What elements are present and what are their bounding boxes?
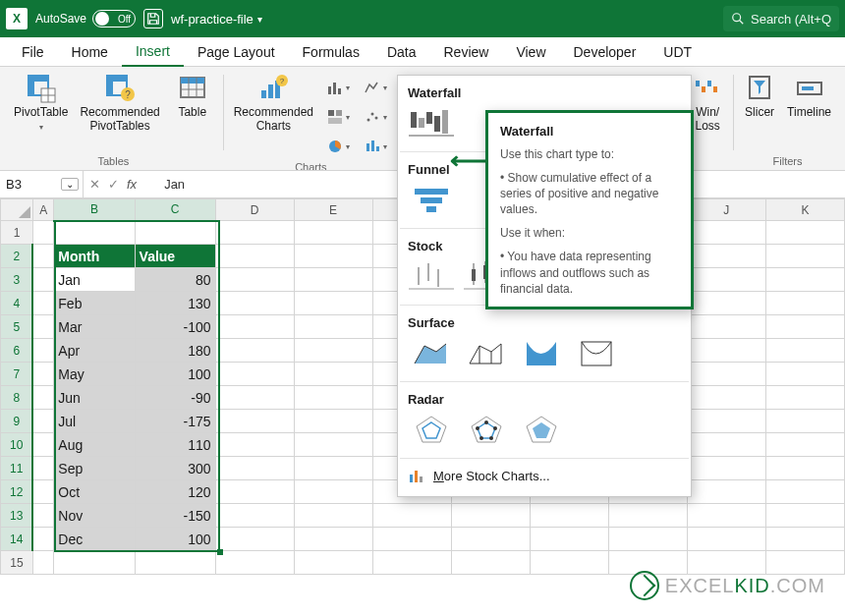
svg-rect-54 [419, 118, 424, 128]
tab-developer[interactable]: Developer [560, 39, 650, 66]
tab-review[interactable]: Review [430, 39, 503, 66]
bar-chart-icon [408, 467, 425, 484]
tab-udt[interactable]: UDT [649, 39, 705, 66]
svg-rect-47 [702, 86, 705, 92]
recommended-charts-button[interactable]: ? Recommended Charts [230, 71, 317, 136]
svg-rect-28 [328, 118, 342, 124]
svg-rect-52 [802, 86, 814, 90]
watermark-logo-icon [630, 571, 659, 600]
radar-chart-option-1[interactable] [408, 411, 455, 450]
svg-point-97 [493, 426, 497, 430]
fx-icon[interactable]: fx [127, 177, 137, 192]
svg-rect-26 [328, 110, 334, 116]
timeline-button[interactable]: Timeline [783, 71, 835, 122]
svg-rect-46 [696, 81, 700, 86]
surface-chart-option-2[interactable] [463, 334, 510, 373]
menu-section-surface: Surface [408, 309, 681, 334]
pivottable-button[interactable]: PivotTable▾ [10, 71, 72, 136]
svg-rect-103 [410, 475, 413, 482]
svg-rect-24 [333, 83, 336, 94]
group-tables: PivotTable▾ ? Recommended PivotTables Ta… [4, 69, 223, 170]
table-button[interactable]: Table [168, 71, 217, 122]
autosave-label: AutoSave [35, 12, 86, 26]
more-stock-charts-button[interactable]: MMore Stock Charts...ore Stock Charts... [398, 459, 691, 492]
select-all-button[interactable] [1, 199, 33, 221]
menu-section-radar: Radar [408, 386, 681, 411]
slicer-button[interactable]: Slicer [740, 71, 779, 122]
svg-rect-59 [415, 189, 448, 195]
col-header[interactable]: J [687, 199, 765, 221]
tab-data[interactable]: Data [373, 39, 430, 66]
hierarchy-chart-button[interactable]: ▾ [321, 104, 355, 130]
col-header[interactable]: E [294, 199, 372, 221]
svg-point-98 [489, 436, 493, 440]
svg-rect-55 [426, 112, 432, 124]
scatter-chart-button[interactable]: ▾ [359, 104, 392, 130]
radar-chart-option-2[interactable] [463, 411, 510, 450]
svg-rect-60 [421, 197, 442, 203]
watermark: EXCELKID.COM [630, 571, 825, 600]
svg-point-30 [371, 113, 374, 116]
waterfall-tooltip: Waterfall Use this chart type to: • Show… [485, 110, 694, 309]
annotation-arrow-icon: ⟵ [450, 145, 486, 176]
group-filters: Slicer Timeline Filters [734, 69, 841, 170]
stock-chart-option-1[interactable] [408, 257, 455, 297]
svg-rect-57 [442, 110, 448, 134]
svg-rect-19 [268, 84, 273, 98]
svg-rect-105 [420, 476, 422, 482]
svg-rect-34 [371, 140, 374, 151]
recommended-pivottables-button[interactable]: ? Recommended PivotTables [76, 71, 163, 136]
surface-chart-option-4[interactable] [573, 334, 620, 373]
funnel-chart-option[interactable] [408, 181, 455, 220]
waterfall-chart-option[interactable] [408, 104, 455, 143]
cancel-icon[interactable]: ✕ [89, 177, 100, 192]
svg-point-0 [733, 14, 741, 22]
column-chart-button[interactable]: ▾ [321, 75, 355, 100]
table-header[interactable]: Value [135, 245, 215, 268]
filename-dropdown[interactable]: wf-practice-file ▾ [171, 12, 262, 27]
statistic-chart-button[interactable]: ▾ [359, 134, 392, 159]
surface-chart-option-3[interactable] [518, 334, 565, 373]
svg-rect-4 [28, 76, 34, 95]
svg-marker-95 [478, 422, 495, 438]
col-header[interactable]: D [215, 199, 294, 221]
col-header[interactable]: A [32, 199, 53, 221]
confirm-icon[interactable]: ✓ [108, 177, 119, 192]
sparkline-winloss-button[interactable]: Win/ Loss [688, 71, 727, 136]
selection-handle[interactable] [217, 549, 223, 555]
menubar: File Home Insert Page Layout Formulas Da… [0, 37, 845, 67]
svg-rect-10 [107, 76, 113, 95]
col-header[interactable]: C [135, 199, 215, 221]
svg-rect-53 [411, 112, 417, 128]
search-box[interactable]: Search (Alt+Q [723, 6, 839, 31]
svg-point-29 [367, 119, 370, 122]
tab-page-layout[interactable]: Page Layout [184, 39, 289, 66]
svg-point-100 [476, 426, 479, 430]
pie-chart-button[interactable]: ▾ [321, 134, 355, 159]
col-header[interactable]: B [54, 199, 135, 221]
line-chart-button[interactable]: ▾ [359, 75, 392, 100]
svg-rect-25 [338, 88, 341, 94]
active-cell[interactable]: Jan [54, 268, 135, 292]
search-icon [731, 12, 745, 26]
col-header[interactable]: K [765, 199, 844, 221]
tab-formulas[interactable]: Formulas [289, 39, 373, 66]
formula-input[interactable]: Jan [144, 177, 185, 192]
svg-point-96 [484, 420, 488, 424]
chevron-down-icon: ▾ [39, 123, 43, 132]
svg-rect-49 [713, 86, 717, 92]
table-header[interactable]: Month [54, 245, 135, 268]
tab-home[interactable]: Home [58, 39, 122, 66]
save-button[interactable] [143, 9, 163, 28]
tab-insert[interactable]: Insert [122, 38, 184, 67]
name-box[interactable]: B3 ⌄ [0, 171, 84, 197]
svg-rect-23 [328, 86, 331, 94]
svg-rect-18 [261, 90, 266, 98]
radar-chart-option-3[interactable] [518, 411, 565, 450]
tab-view[interactable]: View [502, 39, 559, 66]
surface-chart-option-1[interactable] [408, 334, 455, 373]
svg-rect-27 [336, 110, 342, 116]
tab-file[interactable]: File [8, 39, 58, 66]
autosave-toggle[interactable]: AutoSave Off [35, 10, 136, 28]
svg-rect-33 [366, 143, 369, 151]
